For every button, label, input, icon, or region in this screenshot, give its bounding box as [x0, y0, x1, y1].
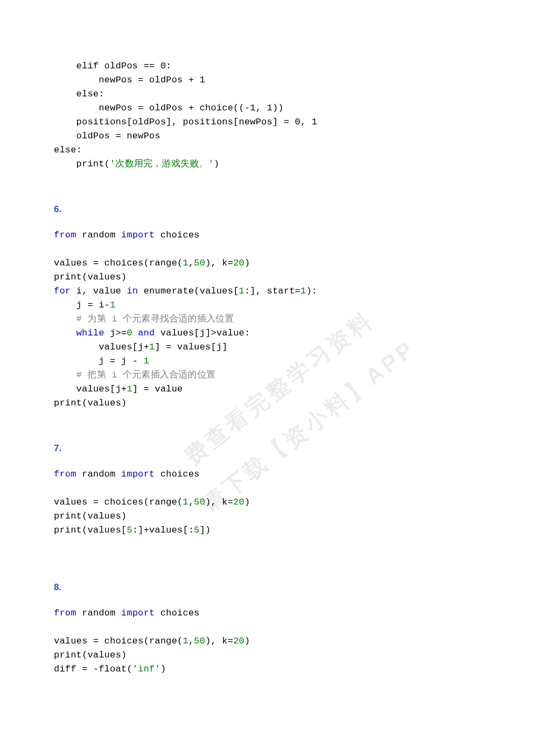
- code-text: ):: [306, 286, 317, 296]
- keyword: import: [121, 469, 155, 479]
- number: 5: [127, 525, 132, 535]
- code-line: elif oldPos == 0:: [54, 61, 171, 71]
- number: 50: [194, 258, 205, 268]
- code-text: ,: [189, 636, 194, 646]
- code-line: print(values): [54, 272, 127, 282]
- keyword: from: [54, 230, 77, 240]
- comment: # 把第 i 个元素插入合适的位置: [54, 370, 216, 380]
- number: 1: [149, 342, 155, 352]
- code-text: ), k=: [205, 497, 233, 507]
- code-line: print(values): [54, 398, 127, 408]
- code-line: print('次数用完，游戏失败。'): [54, 159, 219, 169]
- code-line: else:: [54, 145, 82, 155]
- code-text: ): [161, 664, 166, 674]
- keyword: import: [121, 608, 155, 618]
- page: 费查看完整学习资料 请下载【资小料】APP elif oldPos == 0: …: [0, 0, 535, 756]
- code-text: choices: [155, 469, 199, 479]
- code-text: [133, 328, 138, 338]
- code-line: values[j+1] = values[j]: [54, 342, 227, 352]
- code-text: print(: [54, 159, 110, 169]
- code-text: ): [214, 159, 219, 169]
- code-text: values[j]>value:: [155, 328, 250, 338]
- section-number-6: 6.: [54, 202, 481, 216]
- comment: # 为第 i 个元素寻找合适的插入位置: [54, 314, 234, 324]
- code-text: ]): [199, 525, 211, 535]
- code-block-7: from random import choices values = choi…: [54, 467, 481, 537]
- number: 1: [183, 258, 188, 268]
- number: 20: [233, 636, 245, 646]
- code-text: diff = -float(: [54, 664, 133, 674]
- number: 1: [301, 286, 306, 296]
- code-line: newPos = oldPos + choice((-1, 1)): [54, 103, 283, 113]
- code-text: print(values[: [54, 525, 127, 535]
- code-line: j = i-1: [54, 300, 115, 310]
- keyword: from: [54, 608, 77, 618]
- code-text: random: [77, 469, 121, 479]
- code-line: print(values[5:]+values[:5]): [54, 525, 211, 535]
- code-text: values = choices(range(: [54, 636, 183, 646]
- code-text: ): [245, 497, 250, 507]
- code-line: print(values): [54, 511, 127, 521]
- number: 1: [183, 636, 188, 646]
- number: 1: [183, 497, 188, 507]
- code-text: i, value: [71, 286, 127, 296]
- keyword: while: [77, 328, 105, 338]
- code-line: newPos = oldPos + 1: [54, 75, 205, 85]
- string-literal: '次数用完，游戏失败。': [110, 159, 214, 169]
- code-line: diff = -float('inf'): [54, 664, 166, 674]
- code-line: else:: [54, 89, 105, 99]
- code-text: choices: [155, 608, 199, 618]
- number: 1: [239, 286, 244, 296]
- code-text: choices: [155, 230, 199, 240]
- code-text: ] = values[j]: [155, 342, 227, 352]
- code-line: oldPos = newPos: [54, 131, 161, 141]
- code-text: values[j+: [54, 384, 127, 394]
- keyword: from: [54, 469, 77, 479]
- number: 1: [110, 300, 115, 310]
- code-text: ): [245, 636, 250, 646]
- code-line: j = j - 1: [54, 356, 149, 366]
- code-line: values[j+1] = value: [54, 384, 183, 394]
- section-number-7: 7.: [54, 442, 481, 456]
- number: 1: [127, 384, 132, 394]
- code-line: from random import choices: [54, 469, 199, 479]
- code-text: ), k=: [205, 258, 233, 268]
- section-number-8: 8.: [54, 580, 481, 594]
- number: 0: [127, 328, 132, 338]
- number: 1: [143, 356, 149, 366]
- code-line: values = choices(range(1,50), k=20): [54, 258, 250, 268]
- code-text: random: [77, 608, 121, 618]
- code-text: values = choices(range(: [54, 258, 183, 268]
- code-text: ), k=: [205, 636, 233, 646]
- number: 20: [233, 497, 245, 507]
- code-block-top: elif oldPos == 0: newPos = oldPos + 1 el…: [54, 59, 481, 171]
- code-line: values = choices(range(1,50), k=20): [54, 636, 250, 646]
- number: 20: [233, 258, 245, 268]
- string-literal: 'inf': [133, 664, 161, 674]
- code-line: print(values): [54, 650, 127, 660]
- code-line: positions[oldPos], positions[newPos] = 0…: [54, 117, 317, 127]
- number: 50: [194, 497, 205, 507]
- code-line: while j>=0 and values[j]>value:: [54, 328, 250, 338]
- keyword: for: [54, 286, 71, 296]
- code-text: j = j -: [54, 356, 143, 366]
- code-line: for i, value in enumerate(values[1:], st…: [54, 286, 317, 296]
- code-text: ,: [189, 258, 194, 268]
- keyword: and: [138, 328, 155, 338]
- number: 5: [194, 525, 199, 535]
- code-text: values = choices(range(: [54, 497, 183, 507]
- code-text: random: [77, 230, 121, 240]
- code-text: ,: [189, 497, 194, 507]
- code-line: values = choices(range(1,50), k=20): [54, 497, 250, 507]
- code-text: ] = value: [133, 384, 183, 394]
- code-text: j>=: [105, 328, 127, 338]
- number: 50: [194, 636, 205, 646]
- keyword: in: [127, 286, 138, 296]
- code-line: from random import choices: [54, 230, 199, 240]
- code-text: [54, 328, 77, 338]
- code-line: from random import choices: [54, 608, 199, 618]
- code-text: ): [245, 258, 250, 268]
- code-block-6: from random import choices values = choi…: [54, 228, 481, 410]
- code-text: values[j+: [54, 342, 149, 352]
- keyword: import: [121, 230, 155, 240]
